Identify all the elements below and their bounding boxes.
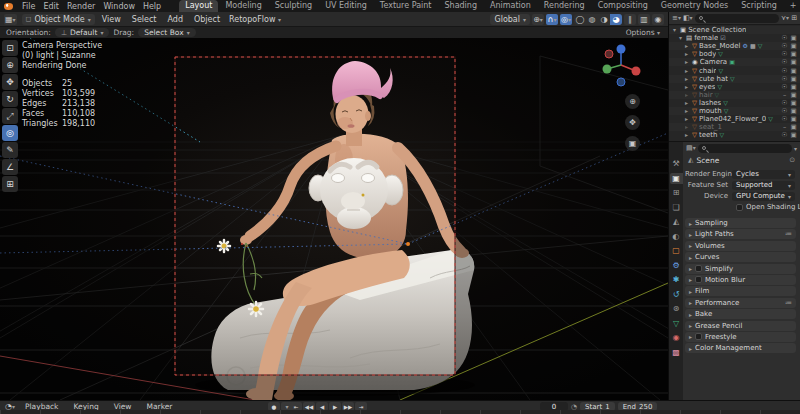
mode-dropdown[interactable]: ◻Object Mode▾: [22, 14, 95, 25]
outliner-row[interactable]: ▸ ▽ chair ▽ ☉ ▣: [669, 66, 800, 74]
workspace-tab[interactable]: +: [784, 0, 800, 12]
blender-logo-icon[interactable]: [4, 3, 13, 10]
disable-render-icon[interactable]: ▣: [789, 115, 798, 123]
expand-icon[interactable]: ▸: [685, 50, 692, 58]
outliner-row[interactable]: ▸ ▽ Base_Model ⚙ ▩ ▽ ☉ ▣: [669, 42, 800, 50]
hide-viewport-icon[interactable]: ☉: [780, 34, 789, 42]
expand-icon[interactable]: ▸: [685, 58, 692, 66]
retopoflow-menu[interactable]: RetopoFlow ▾: [227, 15, 283, 24]
display-mode-icon[interactable]: ≡▾: [672, 14, 681, 22]
editor-type-icon[interactable]: ▦▾: [4, 14, 17, 25]
tool-button[interactable]: ✎: [2, 142, 18, 158]
disable-render-icon[interactable]: ▣: [789, 131, 798, 139]
properties-search-input[interactable]: [708, 144, 788, 152]
hide-viewport-icon[interactable]: ☉: [780, 67, 789, 75]
outliner-scene-icon[interactable]: ◧▾: [683, 14, 693, 22]
disable-render-icon[interactable]: ▣: [789, 99, 798, 107]
hide-viewport-icon[interactable]: ☉: [780, 131, 789, 139]
header-toggle-icon[interactable]: ∩▾: [546, 14, 558, 25]
expand-icon[interactable]: ▸: [685, 83, 692, 91]
menu-item[interactable]: File: [18, 2, 39, 11]
outliner-row[interactable]: ▸ ▽ teeth ▽ ☉ ▣: [669, 131, 800, 139]
tool-button[interactable]: ⊞: [2, 176, 18, 192]
header-toggle-icon[interactable]: ▥: [638, 14, 650, 25]
osl-checkbox[interactable]: [736, 204, 743, 211]
section-header[interactable]: ▸ Film ≔: [685, 286, 796, 296]
outliner-row[interactable]: ▾ ▤ female ☑ ☉ ▣: [669, 34, 800, 42]
shading-mode-icon[interactable]: ◯: [574, 14, 586, 25]
tool-button[interactable]: ⊡: [2, 40, 18, 56]
workspace-tab[interactable]: Compositing: [592, 0, 654, 12]
section-header[interactable]: ▸ Freestyle ≔: [685, 332, 796, 342]
tool-button[interactable]: ⊕: [2, 57, 18, 73]
tool-button[interactable]: ◎: [2, 125, 18, 141]
section-header[interactable]: ▸ Bake ≔: [685, 309, 796, 319]
nav-button[interactable]: ✥: [625, 115, 640, 130]
hide-viewport-icon[interactable]: –: [780, 123, 789, 131]
shading-mode-icon[interactable]: ◑: [598, 14, 610, 25]
outliner-search-input[interactable]: [705, 14, 775, 22]
preset-icon[interactable]: ≔: [785, 230, 792, 238]
workspace-tab[interactable]: Texture Paint: [374, 0, 438, 12]
expand-icon[interactable]: ▸: [685, 123, 692, 131]
menu-item[interactable]: Help: [139, 2, 165, 11]
menu-item[interactable]: Render: [63, 2, 99, 11]
header-toggle-icon[interactable]: ⊕▾: [532, 14, 544, 25]
tool-button[interactable]: ✥: [2, 74, 18, 90]
expand-icon[interactable]: ▸: [685, 99, 692, 107]
nav-button[interactable]: ⊕: [625, 94, 640, 109]
expand-icon[interactable]: ▸: [685, 115, 692, 123]
menu-item[interactable]: Edit: [39, 2, 63, 11]
viewport-menu[interactable]: View: [100, 15, 123, 24]
outliner-row[interactable]: ▸ ▽ seat_1 – ▣: [669, 123, 800, 131]
disable-render-icon[interactable]: ▣: [789, 58, 798, 66]
setting-dropdown[interactable]: GPU Compute▾: [732, 192, 795, 201]
hide-viewport-icon[interactable]: ☉: [780, 58, 789, 66]
outliner-row[interactable]: ▸ ▽ Plane042_Flower_0 ▽ ☉ ▣: [669, 115, 800, 123]
workspace-tab[interactable]: Scripting: [735, 0, 783, 12]
outliner-row[interactable]: ▸ ▽ mouth ▽ ☉ ▣: [669, 107, 800, 115]
tool-button[interactable]: ↻: [2, 91, 18, 107]
setting-dropdown[interactable]: Supported▾: [732, 181, 795, 190]
hide-viewport-icon[interactable]: ☉: [780, 107, 789, 115]
disable-render-icon[interactable]: ▣: [789, 34, 798, 42]
workspace-tab[interactable]: UV Editing: [319, 0, 373, 12]
disable-render-icon[interactable]: ▣: [789, 83, 798, 91]
preset-icon[interactable]: ≔: [785, 299, 792, 307]
shading-mode-icon[interactable]: ◕: [610, 14, 622, 25]
options-menu[interactable]: Options ▾: [624, 28, 662, 37]
transform-orientation-dropdown[interactable]: Global▾: [490, 14, 530, 25]
header-toggle-icon[interactable]: ◉: [652, 14, 664, 25]
disable-render-icon[interactable]: ▣: [789, 123, 798, 131]
disable-render-icon[interactable]: ▣: [789, 107, 798, 115]
pin-icon[interactable]: ⊙: [789, 156, 795, 164]
outliner-row[interactable]: ▸ ▽ lashes ▽ ☉ ▣: [669, 99, 800, 107]
disable-render-icon[interactable]: ▣: [789, 50, 798, 58]
hide-viewport-icon[interactable]: ☉: [780, 99, 789, 107]
expand-icon[interactable]: ▸: [685, 67, 692, 75]
outliner-row[interactable]: ▸ ◉ Camera ▣ ☉ ▣: [669, 58, 800, 66]
section-header[interactable]: ▸ Motion Blur ≔: [685, 275, 796, 285]
new-collection-icon[interactable]: ⊞: [791, 14, 797, 22]
hide-viewport-icon[interactable]: –: [780, 91, 789, 99]
navigation-gizmo[interactable]: [598, 42, 644, 88]
disable-render-icon[interactable]: ▣: [789, 75, 798, 83]
section-checkbox[interactable]: [695, 265, 702, 272]
section-checkbox[interactable]: [695, 333, 702, 340]
section-header[interactable]: ▸ Performance ≔: [685, 298, 796, 308]
disable-render-icon[interactable]: ▣: [789, 42, 798, 50]
expand-icon[interactable]: ▾: [673, 26, 680, 34]
workspace-tab[interactable]: Shading: [438, 0, 483, 12]
section-header[interactable]: ▸ Sampling ≔: [685, 218, 796, 228]
expand-icon[interactable]: ▸: [685, 42, 692, 50]
expand-icon[interactable]: ▾: [679, 34, 686, 42]
hide-viewport-icon[interactable]: ☉: [780, 83, 789, 91]
menu-item[interactable]: Window: [99, 2, 139, 11]
editor-type-icon[interactable]: ▤▾: [686, 144, 696, 152]
filter-icon[interactable]: ⋎▾: [781, 14, 789, 22]
section-header[interactable]: ▸ Curves ≔: [685, 252, 796, 262]
expand-icon[interactable]: ▸: [685, 75, 692, 83]
hide-viewport-icon[interactable]: ☉: [780, 50, 789, 58]
section-header[interactable]: ▸ Light Paths ≔: [685, 229, 796, 239]
3d-viewport[interactable]: ⊡⊕✥↻⤢◎✎∠⊞ Camera Perspective (0) light |…: [0, 38, 668, 400]
